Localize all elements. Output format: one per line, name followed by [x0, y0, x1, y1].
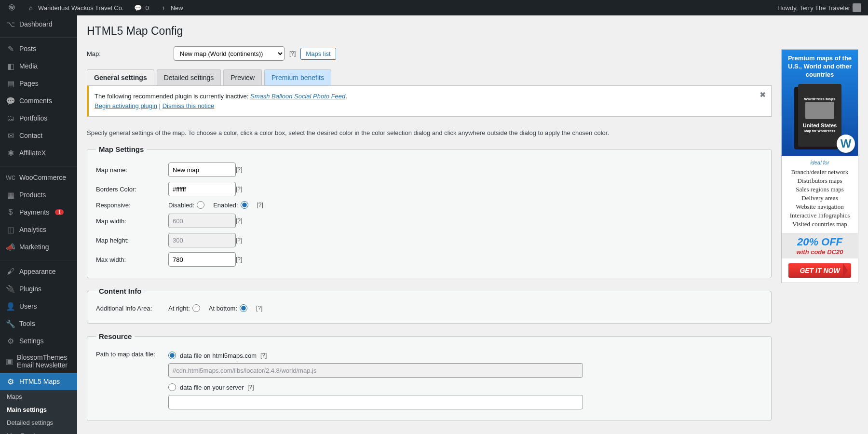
menu-icon: ✱: [6, 148, 15, 158]
help-icon[interactable]: [?]: [236, 217, 242, 224]
tab-general-settings[interactable]: General settings: [87, 69, 154, 86]
sidebar-item-products[interactable]: ▦Products: [0, 186, 77, 203]
wp-logo[interactable]: ⓦ: [4, 3, 19, 13]
sidebar-item-dashboard[interactable]: ⌥Dashboard: [0, 15, 77, 33]
sidebar-item-posts[interactable]: ✎Posts: [0, 40, 77, 57]
maps-list-button[interactable]: Maps list: [300, 48, 336, 60]
resource-local-input[interactable]: [168, 395, 583, 409]
sidebar-item-media[interactable]: ◧Media: [0, 57, 77, 75]
menu-icon: ▦: [6, 190, 15, 200]
sidebar-item-affiliatex[interactable]: ✱AffiliateX: [0, 144, 77, 162]
plugin-link[interactable]: Smash Balloon Social Photo Feed: [250, 93, 345, 100]
map-settings-legend: Map Settings: [96, 145, 147, 153]
promo-discount: 20% OFF with code DC20: [782, 233, 858, 258]
activate-plugin-link[interactable]: Begin activating plugin: [95, 102, 157, 109]
info-right-label[interactable]: At right:: [168, 304, 200, 312]
admin-toolbar: ⓦ ⌂Wanderlust Wackos Travel Co. 💬0 +New …: [0, 0, 868, 15]
menu-icon: 🔌: [6, 284, 15, 294]
menu-icon: ⚙: [6, 377, 15, 386]
submenu-item[interactable]: Detailed settings: [0, 416, 77, 429]
responsive-disabled-radio[interactable]: [197, 201, 204, 209]
account-link[interactable]: Howdy, Terry The Traveler: [774, 3, 864, 12]
sidebar-item-portfolios[interactable]: 🗂Portfolios: [0, 109, 77, 127]
sidebar-item-contact[interactable]: ✉Contact: [0, 127, 77, 144]
resource-remote-radio[interactable]: [168, 352, 176, 359]
site-name: Wanderlust Wackos Travel Co.: [38, 4, 123, 12]
info-bottom-radio[interactable]: [240, 304, 247, 312]
info-bottom-label[interactable]: At bottom:: [209, 304, 247, 312]
borders-color-input[interactable]: [168, 182, 236, 196]
map-selector-label: Map:: [87, 50, 169, 57]
comments-link[interactable]: 💬0: [130, 3, 151, 13]
sidebar-item-settings[interactable]: ⚙Settings: [0, 332, 77, 350]
map-select[interactable]: New map (World (continents)): [174, 46, 285, 61]
comment-icon: 💬: [133, 3, 143, 13]
comments-count: 0: [145, 4, 149, 12]
menu-icon: wc: [6, 173, 15, 182]
site-home-link[interactable]: ⌂Wanderlust Wackos Travel Co.: [23, 3, 126, 13]
menu-icon: 📣: [6, 242, 15, 252]
responsive-label: Responsive:: [96, 202, 168, 209]
resource-local-radio[interactable]: [168, 383, 176, 391]
help-icon[interactable]: [?]: [260, 352, 267, 359]
promo-use-item: Visited countries map: [785, 220, 855, 228]
promo-cta-button[interactable]: GET IT NOW: [788, 263, 851, 278]
new-label: New: [171, 4, 183, 12]
resource-url-input: [168, 363, 583, 378]
submenu-item[interactable]: Maps: [0, 390, 77, 403]
map-width-input: [168, 214, 236, 228]
help-icon[interactable]: [?]: [236, 166, 242, 173]
help-icon[interactable]: [?]: [236, 256, 242, 263]
max-width-input[interactable]: [168, 252, 236, 267]
info-right-radio[interactable]: [192, 304, 200, 312]
submenu-item[interactable]: Map Preview: [0, 429, 77, 434]
sidebar-item-appearance[interactable]: 🖌Appearance: [0, 263, 77, 280]
page-title: HTML5 Map Config: [87, 25, 772, 38]
menu-icon: $: [6, 207, 15, 217]
badge: 1: [55, 209, 64, 215]
responsive-enabled-radio[interactable]: [241, 201, 248, 209]
promo-product-box: WordPress Maps United States Map for Wor…: [798, 84, 841, 147]
help-icon[interactable]: [?]: [236, 237, 242, 244]
menu-icon: 🖌: [6, 267, 15, 276]
sidebar-item-woocommerce[interactable]: wcWooCommerce: [0, 169, 77, 186]
close-icon[interactable]: ✖: [758, 90, 767, 99]
map-settings-fieldset: Map Settings Map name: [?] Borders Color…: [87, 145, 772, 278]
home-icon: ⌂: [26, 3, 36, 13]
responsive-enabled-label[interactable]: Enabled:: [213, 201, 248, 209]
sidebar-item-blossomthemes-email-newsletter[interactable]: ▣BlossomThemes Email Newsletter: [0, 350, 77, 373]
promo-headline: Premium maps of the U.S., World and othe…: [786, 54, 854, 79]
help-icon[interactable]: [?]: [289, 50, 296, 57]
sidebar-item-analytics[interactable]: ◫Analytics: [0, 221, 77, 238]
menu-icon: ⚙: [6, 336, 15, 346]
sidebar-item-comments[interactable]: 💬Comments: [0, 92, 77, 109]
dismiss-notice-link[interactable]: Dismiss this notice: [163, 102, 215, 109]
menu-icon: 👤: [6, 301, 15, 311]
sidebar-item-marketing[interactable]: 📣Marketing: [0, 238, 77, 256]
help-icon[interactable]: [?]: [236, 186, 242, 192]
tabs: General settingsDetailed settingsPreview…: [87, 69, 772, 86]
help-icon[interactable]: [?]: [247, 384, 254, 391]
resource-legend: Resource: [96, 332, 135, 340]
new-link[interactable]: +New: [156, 3, 186, 13]
map-name-input[interactable]: [168, 163, 236, 177]
help-icon[interactable]: [?]: [257, 202, 263, 208]
sidebar-item-tools[interactable]: 🔧Tools: [0, 315, 77, 332]
tab-premium-benefits[interactable]: Premium benefits: [264, 69, 331, 85]
sidebar-item-users[interactable]: 👤Users: [0, 298, 77, 315]
promo-ideal-for: ideal for: [785, 160, 855, 165]
sidebar-item-html5-maps[interactable]: ⚙HTML5 Maps: [0, 373, 77, 390]
sidebar-item-payments[interactable]: $Payments1: [0, 203, 77, 221]
help-icon[interactable]: [?]: [256, 305, 262, 312]
submenu: MapsMain settingsDetailed settingsMap Pr…: [0, 390, 77, 434]
tab-detailed-settings[interactable]: Detailed settings: [157, 69, 221, 85]
submenu-item[interactable]: Main settings: [0, 403, 77, 416]
responsive-disabled-label[interactable]: Disabled:: [168, 201, 204, 209]
admin-notice: The following recommended plugin is curr…: [87, 85, 772, 117]
promo-banner: Premium maps of the U.S., World and othe…: [781, 49, 858, 283]
tab-preview[interactable]: Preview: [223, 69, 262, 85]
sidebar-item-plugins[interactable]: 🔌Plugins: [0, 280, 77, 298]
menu-icon: ✉: [6, 131, 15, 140]
menu-icon: ✎: [6, 44, 15, 54]
sidebar-item-pages[interactable]: ▤Pages: [0, 75, 77, 92]
